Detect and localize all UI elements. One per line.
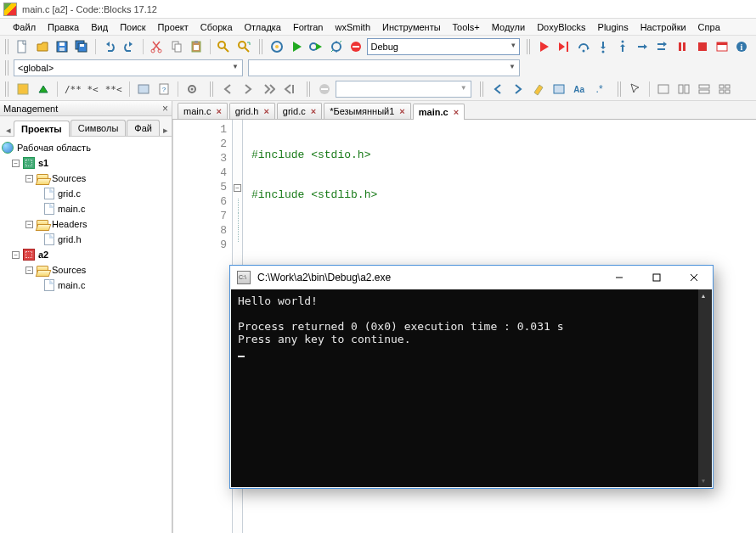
nav-jump-button[interactable] xyxy=(279,80,298,98)
menu-tools[interactable]: Инструменты xyxy=(376,20,447,34)
menu-plugins[interactable]: Plugins xyxy=(592,20,635,34)
debug-windows-button[interactable] xyxy=(713,37,731,56)
find-button[interactable] xyxy=(215,37,233,56)
copy-button[interactable] xyxy=(167,37,185,56)
folder-headers-s1[interactable]: − Headers xyxy=(2,216,170,232)
layout4-button[interactable] xyxy=(715,80,734,98)
folder-sources-s1[interactable]: − Sources xyxy=(2,171,170,186)
abort-button[interactable] xyxy=(347,37,364,56)
doxy-extract-button[interactable] xyxy=(34,80,53,98)
undo-button[interactable] xyxy=(100,37,118,56)
doxy-config-button[interactable] xyxy=(183,80,201,98)
step-into-instr-button[interactable] xyxy=(653,37,671,56)
run-button[interactable] xyxy=(287,37,305,56)
tabs-scroll-left[interactable]: ◂ xyxy=(3,125,14,136)
close-icon[interactable]: × xyxy=(263,106,268,116)
project-tree[interactable]: Рабочая область − s1 − Sources grid.c ma… xyxy=(0,137,172,533)
nav-back-button[interactable] xyxy=(218,80,237,98)
build-target-select[interactable]: Debug xyxy=(367,38,520,55)
close-button[interactable] xyxy=(675,266,713,289)
toolbar-grip[interactable] xyxy=(618,81,622,97)
workspace-node[interactable]: Рабочая область xyxy=(2,140,170,155)
close-icon[interactable]: × xyxy=(454,107,459,117)
menu-debug[interactable]: Отладка xyxy=(239,20,287,34)
toolbar-grip[interactable] xyxy=(5,60,9,76)
file-tab[interactable]: grid.c× xyxy=(277,103,322,119)
cut-button[interactable] xyxy=(148,37,166,56)
menu-file[interactable]: Файл xyxy=(7,20,42,34)
menu-plugins-ru[interactable]: Модули xyxy=(486,20,531,34)
menu-wxsmith[interactable]: wxSmith xyxy=(329,20,376,34)
nav-last-button[interactable] xyxy=(259,80,278,98)
toolbar-grip[interactable] xyxy=(210,81,214,97)
highlight-button[interactable] xyxy=(529,80,548,98)
debug-start-button[interactable] xyxy=(534,37,552,56)
doxy-pattern-1[interactable]: /** *< xyxy=(62,84,101,95)
management-close-icon[interactable]: × xyxy=(162,103,168,115)
rebuild-button[interactable] xyxy=(327,37,345,56)
break-button[interactable] xyxy=(674,37,691,56)
toolbar-grip[interactable] xyxy=(307,81,311,97)
menu-edit[interactable]: Правка xyxy=(42,20,85,34)
new-file-button[interactable] xyxy=(14,37,31,56)
info-button[interactable]: i xyxy=(733,37,751,56)
close-icon[interactable]: × xyxy=(311,106,316,116)
project-node-a2[interactable]: − a2 xyxy=(2,247,170,262)
build-run-button[interactable] xyxy=(307,37,325,56)
file-node[interactable]: grid.h xyxy=(2,232,170,247)
stop-debug-button[interactable] xyxy=(693,37,711,56)
toolbar-grip[interactable] xyxy=(5,39,9,54)
toolbar-grip[interactable] xyxy=(259,39,263,54)
menu-search[interactable]: Поиск xyxy=(114,20,151,34)
doxy-chm-button[interactable]: ? xyxy=(155,80,173,98)
tabs-scroll-right[interactable]: ▸ xyxy=(161,125,171,136)
step-out-button[interactable] xyxy=(614,37,632,56)
text-Aa-button[interactable]: Aa xyxy=(570,80,589,98)
file-node[interactable]: main.c xyxy=(2,278,170,293)
step-over-button[interactable] xyxy=(574,37,592,56)
scope-select[interactable]: <global> xyxy=(14,59,243,76)
regex-button[interactable]: .* xyxy=(590,80,609,98)
file-tab-active[interactable]: main.c× xyxy=(413,104,465,120)
console-scrollbar[interactable] xyxy=(698,289,712,487)
close-icon[interactable]: × xyxy=(399,106,404,116)
collapse-icon[interactable]: − xyxy=(12,251,20,259)
build-button[interactable] xyxy=(268,37,285,56)
symbol-select[interactable]: ▼ xyxy=(248,59,520,76)
doxy-wizard-button[interactable] xyxy=(14,80,32,98)
toolbar-grip[interactable] xyxy=(5,81,9,97)
doxy-run-button[interactable] xyxy=(134,80,153,98)
tab-projects[interactable]: Проекты xyxy=(14,121,70,137)
save-all-button[interactable] xyxy=(73,37,91,56)
open-button[interactable] xyxy=(33,37,51,56)
select-tool-button[interactable] xyxy=(626,80,645,98)
selection-button[interactable] xyxy=(550,80,568,98)
toolbar-grip[interactable] xyxy=(480,81,484,97)
menu-help[interactable]: Спра xyxy=(692,20,726,34)
file-tab[interactable]: grid.h× xyxy=(229,103,275,119)
collapse-icon[interactable]: − xyxy=(25,175,33,182)
replace-button[interactable] xyxy=(234,37,252,56)
run-to-cursor-button[interactable] xyxy=(555,37,573,56)
layout3-button[interactable] xyxy=(695,80,714,98)
file-node[interactable]: main.c xyxy=(2,201,170,216)
doxy-pattern-2[interactable]: **< xyxy=(103,84,125,95)
layout1-button[interactable] xyxy=(654,80,673,98)
fold-toggle-icon[interactable]: − xyxy=(234,184,241,192)
tab-symbols[interactable]: Символы xyxy=(71,120,127,136)
maximize-button[interactable] xyxy=(638,266,675,289)
collapse-icon[interactable]: − xyxy=(25,221,33,228)
step-into-button[interactable] xyxy=(594,37,612,56)
file-tab[interactable]: *Безымянный1× xyxy=(324,103,411,119)
console-titlebar[interactable]: C:\Work\a2\bin\Debug\a2.exe xyxy=(230,266,713,289)
collapse-icon[interactable]: − xyxy=(25,266,33,274)
menu-fortran[interactable]: Fortran xyxy=(287,20,329,34)
next-bookmark-button[interactable] xyxy=(509,80,528,98)
menu-toolsplus[interactable]: Tools+ xyxy=(447,20,486,34)
save-button[interactable] xyxy=(53,37,71,56)
menu-project[interactable]: Проект xyxy=(152,20,195,34)
file-node[interactable]: grid.c xyxy=(2,186,170,201)
step-instr-button[interactable] xyxy=(634,37,652,56)
abort-batch-button[interactable] xyxy=(315,80,334,98)
project-node-s1[interactable]: − s1 xyxy=(2,155,170,171)
